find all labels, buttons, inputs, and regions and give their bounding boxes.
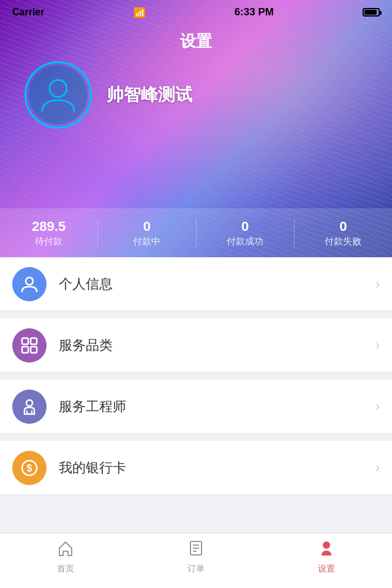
engineer-icon	[20, 397, 39, 417]
page-title: 设置	[0, 31, 392, 52]
stat-value-fail: 0	[339, 219, 347, 235]
battery-fill	[364, 10, 377, 15]
settings-icon	[318, 540, 335, 561]
menu-item-personal-info[interactable]: 个人信息 ›	[0, 257, 392, 311]
tab-label-home: 首页	[57, 564, 74, 575]
stat-label-success: 付款成功	[227, 236, 263, 247]
home-icon	[57, 540, 74, 561]
service-category-label: 服务品类	[59, 336, 375, 355]
main-content: Carrier 📶 6:33 PM 设置	[0, 0, 392, 533]
hero-profile: 帅智峰测试	[24, 61, 192, 129]
svg-point-1	[26, 277, 33, 285]
tab-item-orders[interactable]: 订单	[130, 540, 261, 575]
svg-rect-5	[31, 347, 37, 353]
dollar-icon: $	[20, 458, 39, 478]
person-icon	[20, 274, 39, 294]
svg-rect-4	[22, 347, 28, 353]
stat-value-paying: 0	[143, 219, 151, 235]
chevron-icon-3: ›	[375, 399, 380, 415]
tab-item-settings[interactable]: 设置	[262, 540, 392, 575]
wifi-icon: 📶	[134, 7, 146, 18]
stat-label-fail: 付款失败	[325, 236, 361, 247]
personal-info-icon-wrap	[12, 267, 47, 301]
tab-label-orders: 订单	[187, 564, 205, 575]
svg-rect-2	[22, 338, 28, 344]
menu-item-bank-card[interactable]: $ 我的银行卡 ›	[0, 441, 392, 495]
stat-paying[interactable]: 0 付款中	[98, 219, 196, 247]
svg-rect-3	[31, 338, 37, 344]
chevron-icon: ›	[375, 276, 380, 292]
stat-label-pending: 待付款	[35, 236, 62, 247]
username: 帅智峰测试	[107, 83, 192, 107]
service-engineer-label: 服务工程师	[59, 398, 375, 416]
service-category-icon-wrap	[12, 328, 47, 363]
battery-area	[363, 8, 380, 17]
chevron-icon-2: ›	[375, 337, 380, 353]
time-text: 6:33 PM	[235, 6, 274, 18]
chevron-icon-4: ›	[375, 460, 380, 476]
bank-card-label: 我的银行卡	[59, 459, 375, 477]
svg-point-0	[50, 80, 67, 97]
battery-icon	[363, 8, 380, 17]
hero-section: Carrier 📶 6:33 PM 设置	[0, 0, 392, 257]
menu-list: 个人信息 › 服务品类 ›	[0, 257, 392, 533]
tab-bar: 首页 订单 设置	[0, 533, 392, 588]
service-engineer-icon-wrap	[12, 390, 47, 424]
grid-icon	[20, 336, 39, 355]
carrier-text: Carrier	[12, 7, 44, 18]
status-bar: Carrier 📶 6:33 PM	[0, 0, 392, 24]
menu-item-service-engineer[interactable]: 服务工程师 ›	[0, 380, 392, 434]
stat-value-pending: 289.5	[32, 219, 66, 235]
avatar-svg	[37, 74, 80, 116]
bank-card-icon-wrap: $	[12, 451, 47, 485]
stat-pending-payment[interactable]: 289.5 待付款	[0, 219, 98, 247]
stat-value-success: 0	[241, 219, 249, 235]
stats-bar: 289.5 待付款 0 付款中 0 付款成功 0 付款失败	[0, 208, 392, 257]
tab-label-settings: 设置	[318, 564, 335, 575]
menu-item-service-category[interactable]: 服务品类 ›	[0, 318, 392, 372]
stat-paid-success[interactable]: 0 付款成功	[197, 219, 295, 247]
stat-paid-fail[interactable]: 0 付款失败	[295, 219, 392, 247]
personal-info-label: 个人信息	[59, 275, 375, 293]
tab-item-home[interactable]: 首页	[0, 540, 130, 575]
svg-point-15	[323, 541, 330, 549]
stat-label-paying: 付款中	[133, 236, 160, 247]
svg-text:$: $	[27, 463, 32, 473]
avatar	[29, 66, 88, 124]
svg-point-6	[26, 400, 32, 406]
orders-icon	[187, 540, 205, 561]
avatar-ring[interactable]	[24, 61, 92, 129]
